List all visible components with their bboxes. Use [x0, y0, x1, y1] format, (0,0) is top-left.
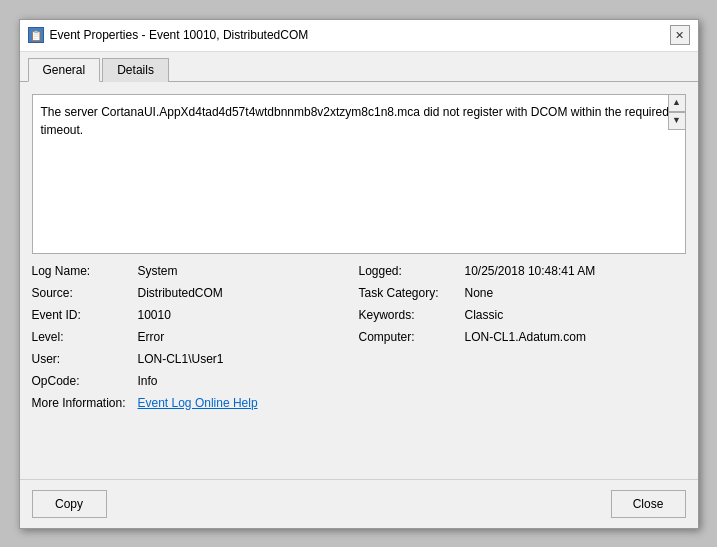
message-wrapper: The server CortanaUI.AppXd4tad4d57t4wtdb…: [32, 94, 686, 254]
label-source: Source:: [32, 286, 132, 300]
detail-row-moreinfo: More Information: Event Log Online Help: [32, 396, 359, 414]
event-log-online-help-link[interactable]: Event Log Online Help: [138, 396, 258, 410]
scroll-down-button[interactable]: ▼: [668, 112, 686, 130]
value-user: LON-CL1\User1: [138, 352, 224, 366]
close-button[interactable]: Close: [611, 490, 686, 518]
value-taskcategory: None: [465, 286, 494, 300]
tab-details[interactable]: Details: [102, 58, 169, 82]
label-logname: Log Name:: [32, 264, 132, 278]
label-eventid: Event ID:: [32, 308, 132, 322]
label-taskcategory: Task Category:: [359, 286, 459, 300]
tab-content: The server CortanaUI.AppXd4tad4d57t4wtdb…: [20, 82, 698, 479]
details-left-col: Log Name: System Source: DistributedCOM …: [32, 264, 359, 414]
dialog-footer: Copy Close: [20, 479, 698, 528]
copy-button[interactable]: Copy: [32, 490, 107, 518]
value-source: DistributedCOM: [138, 286, 223, 300]
tab-general[interactable]: General: [28, 58, 101, 82]
detail-row-eventid: Event ID: 10010: [32, 308, 359, 326]
scroll-buttons: ▲ ▼: [668, 94, 686, 130]
detail-row-logged: Logged: 10/25/2018 10:48:41 AM: [359, 264, 686, 282]
value-logged: 10/25/2018 10:48:41 AM: [465, 264, 596, 278]
details-right-col: Logged: 10/25/2018 10:48:41 AM Task Cate…: [359, 264, 686, 414]
label-opcode: OpCode:: [32, 374, 132, 388]
details-grid: Log Name: System Source: DistributedCOM …: [32, 264, 686, 414]
scroll-up-button[interactable]: ▲: [668, 94, 686, 112]
detail-row-computer: Computer: LON-CL1.Adatum.com: [359, 330, 686, 348]
detail-row-level: Level: Error: [32, 330, 359, 348]
value-opcode: Info: [138, 374, 158, 388]
title-bar-left: 📋 Event Properties - Event 10010, Distri…: [28, 27, 309, 43]
title-bar: 📋 Event Properties - Event 10010, Distri…: [20, 20, 698, 52]
detail-row-keywords: Keywords: Classic: [359, 308, 686, 326]
detail-row-user: User: LON-CL1\User1: [32, 352, 359, 370]
value-level: Error: [138, 330, 165, 344]
message-text: The server CortanaUI.AppXd4tad4d57t4wtdb…: [41, 105, 669, 137]
value-logname: System: [138, 264, 178, 278]
event-message: The server CortanaUI.AppXd4tad4d57t4wtdb…: [32, 94, 686, 254]
dialog-title: Event Properties - Event 10010, Distribu…: [50, 28, 309, 42]
close-icon[interactable]: ✕: [670, 25, 690, 45]
detail-row-taskcategory: Task Category: None: [359, 286, 686, 304]
value-eventid: 10010: [138, 308, 171, 322]
label-computer: Computer:: [359, 330, 459, 344]
label-keywords: Keywords:: [359, 308, 459, 322]
dialog-icon: 📋: [28, 27, 44, 43]
value-computer: LON-CL1.Adatum.com: [465, 330, 586, 344]
tab-bar: General Details: [20, 52, 698, 82]
label-user: User:: [32, 352, 132, 366]
label-level: Level:: [32, 330, 132, 344]
detail-row-source: Source: DistributedCOM: [32, 286, 359, 304]
event-properties-dialog: 📋 Event Properties - Event 10010, Distri…: [19, 19, 699, 529]
label-logged: Logged:: [359, 264, 459, 278]
value-keywords: Classic: [465, 308, 504, 322]
detail-row-opcode: OpCode: Info: [32, 374, 359, 392]
label-moreinfo: More Information:: [32, 396, 132, 410]
detail-row-logname: Log Name: System: [32, 264, 359, 282]
